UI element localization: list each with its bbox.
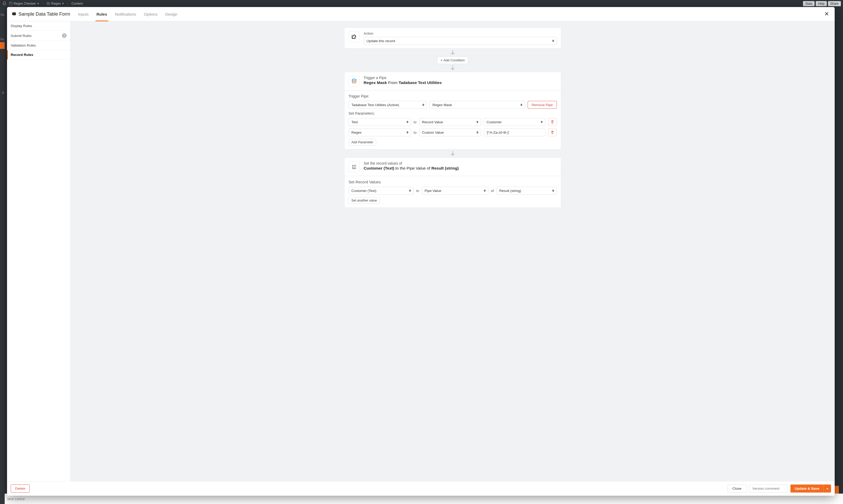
action-card: Action Update this record: [344, 28, 367, 49]
arrow-down-icon: [344, 64, 367, 72]
topbar: Regex Checker ▼ › Regex ▼ › Content Stat…: [0, 0, 367, 7]
checklist-icon: [349, 161, 359, 172]
chevron-right-icon: ›: [42, 2, 43, 5]
setvals-header-line1: Set the record values of: [364, 161, 367, 165]
sidebar-display-rules[interactable]: Display Rules: [7, 21, 70, 31]
setval-field-select[interactable]: Customer (Text): [349, 187, 367, 195]
action-label: Action: [364, 32, 367, 35]
add-parameter-button[interactable]: Add Parameter: [349, 139, 367, 146]
modal-tabs: Inputs Rules Notifications Options Desig…: [78, 7, 177, 21]
breadcrumb: Regex Checker ▼ › Regex ▼ › Content: [9, 2, 367, 5]
set-parameters-label: Set Parameters:: [349, 111, 367, 115]
rules-main: Action Update this record + Ad: [71, 21, 367, 219]
tab-notifications[interactable]: Notifications: [115, 7, 136, 21]
pipe-header-line1: Trigger a Pipe: [364, 76, 367, 80]
sidebar-record-rules[interactable]: Record Rules: [7, 50, 70, 59]
tab-design[interactable]: Design: [165, 7, 177, 21]
database-icon: [12, 12, 16, 16]
set-values-card: Set the record values of Customer (Text)…: [344, 157, 367, 208]
svg-point-7: [352, 79, 356, 80]
table-icon: [47, 2, 50, 5]
breadcrumb-db[interactable]: Regex Checker ▼: [9, 2, 39, 5]
app-logo-icon: [2, 1, 7, 6]
sidebar-submit-rules[interactable]: Submit Rules 1: [7, 31, 70, 41]
modal-title: Sample Data Table Form: [12, 12, 70, 17]
svg-point-1: [10, 2, 12, 3]
param1-key-select[interactable]: Text: [349, 118, 367, 126]
tab-inputs[interactable]: Inputs: [78, 7, 89, 21]
param2-key-select[interactable]: Regex: [349, 128, 367, 136]
svg-point-0: [3, 2, 6, 4]
database-icon: [9, 2, 13, 5]
tab-rules[interactable]: Rules: [96, 7, 107, 21]
rules-sidebar: Display Rules Submit Rules 1 Validation …: [7, 21, 71, 219]
breadcrumb-content[interactable]: Content: [71, 2, 83, 5]
set-record-values-label: Set Record Values: [349, 180, 367, 184]
set-another-value-button[interactable]: Set another value: [349, 197, 367, 204]
pipe-card: Trigger a Pipe Regex Mask From Tadabase …: [344, 72, 367, 149]
setvals-header-line2: Customer (Text) to the Pipe Value of Res…: [364, 166, 367, 170]
action-select[interactable]: Update this record: [364, 37, 367, 45]
arrow-down-icon: [344, 49, 367, 56]
modal: Sample Data Table Form Inputs Rules Noti…: [7, 7, 367, 219]
pipe-icon: [349, 76, 359, 87]
breadcrumb-table[interactable]: Regex ▼: [47, 2, 64, 5]
submit-rules-count-badge: 1: [62, 33, 67, 38]
chevron-right-icon: ›: [67, 2, 68, 5]
edit-icon: [349, 32, 359, 42]
svg-rect-2: [47, 3, 50, 5]
pipe-utility-select[interactable]: Tadabase Text Utilities (Active): [349, 101, 367, 109]
sidebar-validation-rules[interactable]: Validation Rules: [7, 41, 70, 50]
arrow-down-icon: [344, 149, 367, 157]
trigger-pipe-label: Trigger Pipe:: [349, 94, 367, 98]
modal-header: Sample Data Table Form Inputs Rules Noti…: [7, 7, 367, 21]
tab-options[interactable]: Options: [144, 7, 157, 21]
pipe-header-line2: Regex Mask From Tadabase Text Utilities: [364, 80, 367, 85]
